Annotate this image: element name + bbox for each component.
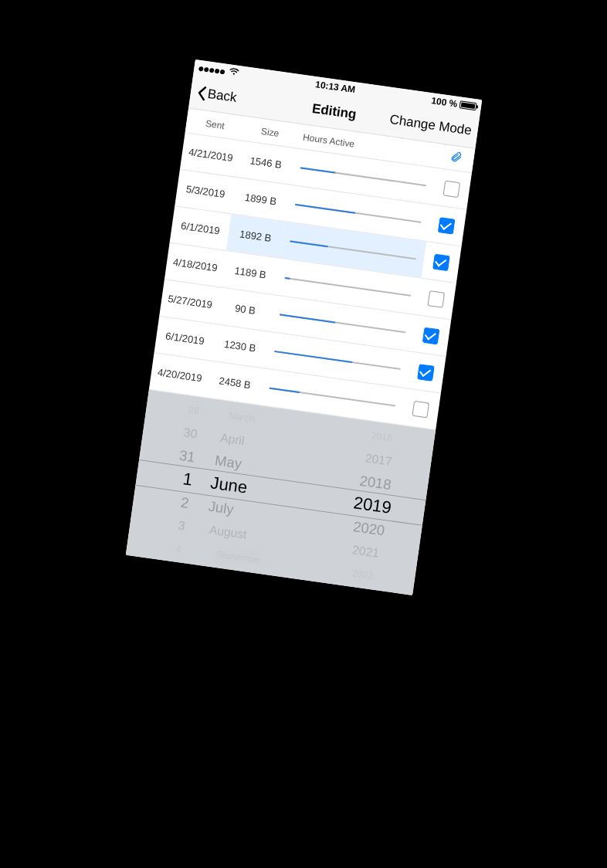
header-size: Size [242, 123, 297, 141]
picker-item[interactable]: August [208, 520, 247, 544]
picker-item[interactable]: September [215, 547, 262, 567]
back-button[interactable]: Back [195, 84, 237, 105]
header-attachment [437, 148, 474, 168]
picker-item[interactable]: 31 [178, 444, 196, 467]
checkbox[interactable] [412, 400, 429, 418]
checkbox[interactable] [432, 253, 450, 271]
picker-item[interactable]: 2 [179, 491, 190, 514]
battery-percent: 100 % [430, 95, 458, 110]
cell-size: 1892 B [226, 214, 284, 257]
picker-item[interactable]: 2022 [351, 566, 374, 583]
cell-size: 2458 B [205, 361, 264, 405]
cell-size: 1230 B [210, 324, 269, 368]
cell-size: 1546 B [236, 141, 295, 184]
back-label: Back [206, 86, 237, 105]
picker-month-wheel[interactable]: MarchAprilMayJuneJulyAugustSeptember [194, 399, 332, 581]
chevron-left-icon [195, 84, 207, 100]
picker-item[interactable]: April [219, 429, 245, 450]
picker-item[interactable]: 2017 [364, 449, 393, 470]
paperclip-icon [449, 150, 463, 164]
cell-checkbox[interactable] [431, 168, 471, 209]
cell-checkbox[interactable] [411, 315, 451, 356]
picker-year-wheel[interactable]: 2016201720182019202020212022 [309, 415, 436, 595]
picker-item[interactable]: March [228, 409, 256, 426]
checkbox[interactable] [437, 217, 455, 235]
checkbox[interactable] [443, 180, 460, 198]
checkbox[interactable] [427, 290, 445, 308]
cell-size: 1189 B [221, 251, 280, 294]
picker-item[interactable]: 3 [177, 516, 186, 534]
table-body: 4/21/20191546 B5/3/20191899 B6/1/2019189… [148, 133, 471, 430]
phone-frame: 10:13 AM 100 % Back Editing Change Mode … [125, 59, 482, 595]
picker-item[interactable]: 1 [181, 467, 193, 491]
picker-item[interactable]: 29 [187, 402, 199, 418]
picker-item[interactable]: 2016 [371, 429, 393, 446]
picker-item[interactable]: June [209, 471, 248, 499]
cell-checkbox[interactable] [405, 352, 446, 393]
cell-checkbox[interactable] [415, 279, 456, 320]
battery-icon [459, 100, 476, 110]
cell-size: 1899 B [231, 178, 290, 221]
cell-checkbox[interactable] [400, 388, 440, 429]
cell-checkbox[interactable] [426, 205, 466, 246]
checkbox[interactable] [417, 364, 435, 381]
wifi-icon [228, 66, 240, 79]
picker-item[interactable]: 30 [182, 423, 198, 443]
picker-item[interactable]: 4 [175, 541, 181, 556]
picker-item[interactable]: 2018 [358, 470, 392, 495]
change-mode-button[interactable]: Change Mode [388, 111, 473, 138]
picker-item[interactable]: July [207, 495, 235, 520]
picker-item[interactable]: 2021 [351, 541, 381, 562]
picker-item[interactable]: 2020 [351, 516, 385, 541]
cell-size: 90 B [215, 288, 274, 331]
cell-checkbox[interactable] [421, 242, 461, 283]
header-sent: Sent [185, 115, 243, 134]
checkbox[interactable] [422, 327, 439, 344]
signal-dots-icon [198, 63, 226, 77]
picker-item[interactable]: May [213, 449, 242, 474]
